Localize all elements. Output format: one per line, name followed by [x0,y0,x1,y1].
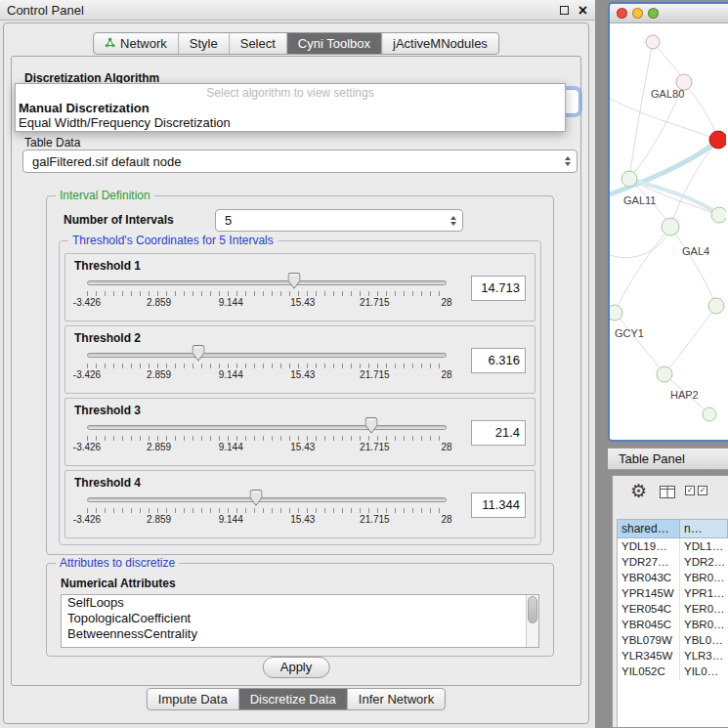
algorithm-option[interactable]: Manual Discretization [16,101,565,115]
attribute-item[interactable]: TopologicalCoefficient [62,611,538,626]
tick-label: 21.715 [360,369,390,380]
table-rows: YDL19…YDL1…YDR27…YDR2…YBR043CYBR0…YPR145… [618,538,728,679]
checkbox-icon[interactable]: ✓ [685,486,695,495]
slider-ticks [87,436,447,441]
slider-track[interactable] [87,497,447,502]
table-row[interactable]: YBR043CYBR0… [618,570,728,585]
slider-ticks [87,291,447,296]
table-data-value: galFiltered.sif default node [32,150,181,172]
tick-label: 28 [441,514,451,525]
tick-label: 21.715 [360,442,390,452]
slider-thumb[interactable] [364,417,377,434]
threshold-panel: Threshold 2-3.4262.8599.14415.4321.71528… [64,325,535,394]
checkbox-icon[interactable]: ✓ [698,486,707,495]
number-of-intervals-value: 5 [225,210,232,231]
tab-select[interactable]: Select [230,33,287,54]
control-panel-body: NetworkStyleSelectCyni ToolboxjActiveMNo… [3,22,589,724]
node-label: HAP2 [670,389,699,401]
stepper-arrows-icon[interactable] [565,156,571,166]
table-cell: YBL0… [680,632,728,648]
table-cell: YDR2… [680,554,728,570]
columns-icon[interactable] [660,485,675,502]
tab-network[interactable]: Network [94,33,179,54]
tab-style[interactable]: Style [179,33,230,54]
tick-label: 28 [441,297,451,308]
table-column-headers: shared…n… [618,520,728,538]
close-icon[interactable]: × [578,1,587,20]
float-window-icon[interactable] [560,6,569,15]
algorithm-dropdown-popup: Select algorithm to view settings Manual… [15,83,566,132]
threshold-value-field[interactable]: 11.344 [471,492,526,518]
thresholds-list: Threshold 1-3.4262.8599.14415.4321.71528… [64,253,535,538]
tick-label: 15.43 [290,514,315,525]
node-label: GCY1 [615,327,644,339]
threshold-value-field[interactable]: 6.316 [471,348,526,373]
table-data-combobox[interactable]: galFiltered.sif default node [22,150,578,173]
top-tab-bar: NetworkStyleSelectCyni ToolboxjActiveMNo… [93,32,499,55]
scrollbar-thumb[interactable] [528,596,537,623]
node-table: shared…n… YDL19…YDL1…YDR27…YDR2…YBR043CY… [617,519,728,727]
table-cell: YBR045C [618,617,680,632]
table-cell: YER0… [680,601,728,617]
number-of-intervals-combobox[interactable]: 5 [215,209,463,232]
numerical-attributes-label: Numerical Attributes [61,577,176,590]
table-row[interactable]: YLR345WYLR3… [618,648,728,664]
table-cell: YDR27… [618,554,680,570]
network-node-labels: GAL80GAL11GAL4GCY1HAP2 [610,23,728,440]
slider-thumb[interactable] [288,273,301,289]
table-row[interactable]: YBL079WYBL0… [618,632,728,648]
tab-cyni-toolbox[interactable]: Cyni Toolbox [287,33,382,54]
tab-jactivemnodules[interactable]: jActiveMNodules [382,33,498,54]
node-label: GAL4 [682,245,709,257]
table-cell: YLR345W [618,648,680,664]
table-row[interactable]: YDR27…YDR2… [618,554,728,570]
attribute-item[interactable]: SelfLoops [62,595,538,611]
threshold-value-field[interactable]: 21.4 [471,420,526,446]
tick-labels: -3.4262.8599.14415.4321.71528 [87,514,447,526]
tab-impute-data[interactable]: Impute Data [148,689,239,709]
algorithm-option[interactable]: Equal Width/Frequency Discretization [16,115,565,130]
tick-label: -3.426 [73,369,101,380]
minimize-traffic-light-icon[interactable] [632,8,643,19]
slider: -3.4262.8599.14415.4321.71528 [87,471,447,537]
number-of-intervals-label: Number of Intervals [64,213,174,227]
threshold-panel: Threshold 4-3.4262.8599.14415.4321.71528… [64,470,535,538]
table-row[interactable]: YIL052CYIL0… [618,664,728,679]
table-row[interactable]: YER054CYER0… [618,601,728,617]
table-row[interactable]: YDL19…YDL1… [618,538,728,554]
window-title: Control Panel [7,3,84,18]
slider-thumb[interactable] [193,345,205,362]
apply-button[interactable]: Apply [263,657,330,678]
table-row[interactable]: YPR145WYPR1… [618,585,728,601]
slider-track[interactable] [87,280,447,285]
gear-icon[interactable]: ⚙ [630,480,647,502]
tab-infer-network[interactable]: Infer Network [348,689,445,709]
stepper-arrows-icon[interactable] [450,216,456,226]
column-header[interactable]: n… [680,520,728,538]
attributes-listbox[interactable]: SelfLoopsTopologicalCoefficientBetweenne… [61,594,539,648]
slider-ticks [87,508,447,513]
table-row[interactable]: YBR045CYBR0… [618,617,728,632]
slider-thumb[interactable] [249,490,262,506]
tick-labels: -3.4262.8599.14415.4321.71528 [87,297,447,309]
tab-label: Cyni Toolbox [298,36,370,51]
select-columns-icons: ✓ ✓ [685,486,707,495]
table-cell: YBR043C [618,570,680,585]
tab-discretize-data[interactable]: Discretize Data [239,689,348,709]
attribute-item[interactable]: BetweennessCentrality [62,626,538,642]
attributes-items: SelfLoopsTopologicalCoefficientBetweenne… [62,595,538,642]
slider-track[interactable] [87,353,447,358]
thresholds-group: Threshold's Coordinates for 5 Intervals … [59,240,541,545]
column-header[interactable]: shared… [618,520,680,538]
slider-track[interactable] [87,425,447,430]
table-cell: YIL052C [618,664,680,679]
network-canvas[interactable]: GAL80GAL11GAL4GCY1HAP2 [610,23,728,440]
scrollbar[interactable] [526,595,538,647]
tick-label: 15.43 [290,369,315,380]
close-traffic-light-icon[interactable] [617,8,627,19]
threshold-value-field[interactable]: 14.713 [471,276,526,301]
table-cell: YDL1… [680,538,728,554]
threshold-panel: Threshold 1-3.4262.8599.14415.4321.71528… [64,253,535,321]
table-panel-toolbar: ⚙ ✓ ✓ [613,476,728,515]
zoom-traffic-light-icon[interactable] [648,8,659,19]
